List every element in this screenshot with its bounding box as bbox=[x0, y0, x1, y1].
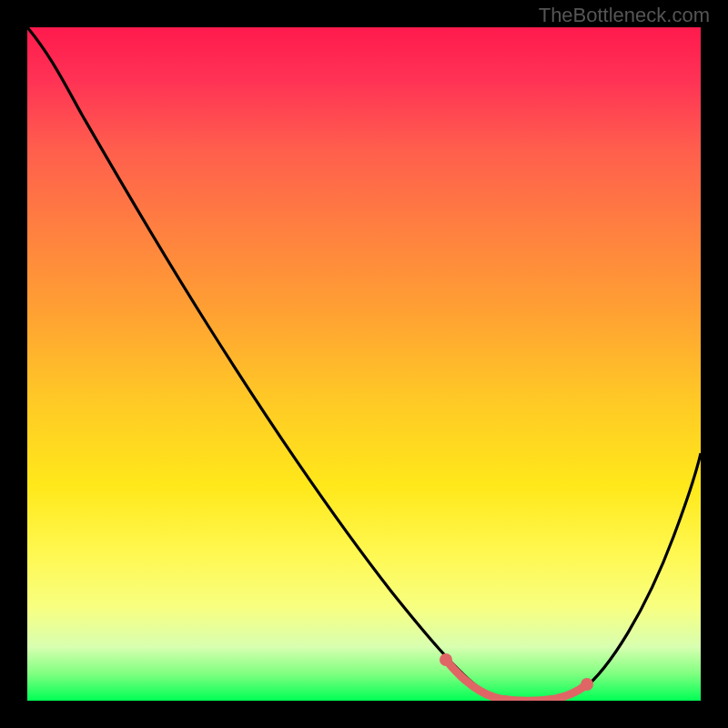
watermark-text: TheBottleneck.com bbox=[539, 4, 710, 27]
highlight-segment bbox=[440, 653, 593, 701]
highlight-dot-end bbox=[581, 678, 593, 691]
highlight-dot-start bbox=[440, 653, 452, 666]
curve-svg bbox=[27, 27, 701, 701]
plot-area bbox=[27, 27, 701, 701]
chart-container: TheBottleneck.com bbox=[0, 0, 728, 728]
bottleneck-curve-path bbox=[27, 27, 701, 701]
highlight-path bbox=[446, 660, 587, 701]
